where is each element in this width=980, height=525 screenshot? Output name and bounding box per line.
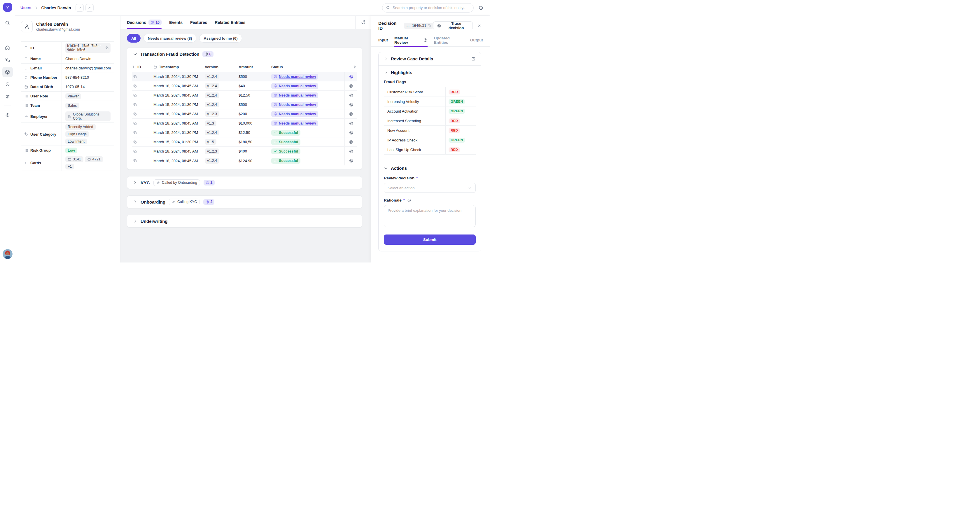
copy-icon[interactable] bbox=[133, 103, 137, 107]
rail-workflow-button[interactable] bbox=[2, 54, 13, 65]
entity-chip[interactable]: Global Solutions Corp. bbox=[65, 111, 111, 121]
flag-value: GREEN bbox=[445, 135, 476, 145]
card-chip[interactable]: 4721 bbox=[85, 156, 103, 162]
actions-header[interactable]: Actions bbox=[384, 165, 476, 171]
target-icon bbox=[349, 140, 353, 145]
close-drawer-button[interactable] bbox=[476, 23, 482, 29]
decision-row[interactable]: March 18, 2024, 08:45 AMv1.2.3$400Succes… bbox=[132, 147, 357, 156]
section-card-onboarding[interactable]: OnboardingCalling KYC2 bbox=[127, 196, 362, 208]
review-case-details-section[interactable]: Review Case Details bbox=[379, 52, 481, 65]
tab-related-entities[interactable]: Related Entities bbox=[215, 16, 245, 29]
view-decision-button[interactable] bbox=[344, 72, 357, 81]
tab-decisions[interactable]: Decisions 10 bbox=[127, 16, 162, 29]
trace-decision-button[interactable]: Trace decision bbox=[433, 21, 473, 30]
decision-row[interactable]: March 15, 2024, 01:30 PMv1.2.4$500Needs … bbox=[132, 100, 357, 110]
person-circle-icon bbox=[205, 181, 209, 185]
decision-row[interactable]: March 18, 2024, 08:45 AMv1.2.4$12.50Need… bbox=[132, 91, 357, 100]
rail-settings-button[interactable] bbox=[2, 110, 13, 120]
card-chip[interactable]: 3141 bbox=[65, 156, 83, 162]
decision-row[interactable]: March 15, 2024, 01:30 PMv1.2.4$12.50Succ… bbox=[132, 128, 357, 137]
view-decision-button[interactable] bbox=[344, 156, 357, 165]
profile-field-row: TeamSales bbox=[21, 101, 114, 110]
profile-header: Charles Darwin charles.darwin@gmail.com bbox=[15, 16, 120, 37]
breadcrumb-users-link[interactable]: Users bbox=[21, 6, 32, 10]
profile-field-row: Cards31414721+1 bbox=[21, 155, 114, 171]
copy-icon[interactable] bbox=[133, 140, 137, 144]
filter-assigned-to-me[interactable]: Assigned to me (6) bbox=[199, 34, 242, 43]
transaction-section-header[interactable]: Transaction Fraud Detection 6 bbox=[127, 48, 362, 61]
decision-row[interactable]: March 18, 2024, 08:45 AMv1.2.3$200Needs … bbox=[132, 110, 357, 119]
decision-row[interactable]: March 18, 2024, 08:45 AMv1.3$10,000Needs… bbox=[132, 119, 357, 128]
copy-icon[interactable] bbox=[133, 93, 137, 97]
search-icon bbox=[386, 6, 390, 10]
global-search[interactable] bbox=[382, 3, 474, 13]
profile-field-row: E-mailcharles.darwin@gmail.com bbox=[21, 64, 114, 73]
app-logo-icon[interactable] bbox=[3, 3, 12, 12]
person-circle-icon bbox=[274, 103, 277, 107]
rail-calculator-button[interactable] bbox=[2, 91, 13, 102]
history-button[interactable] bbox=[477, 4, 485, 12]
review-decision-select[interactable]: Select an action bbox=[384, 183, 476, 193]
copy-icon[interactable] bbox=[133, 121, 137, 126]
rail-history-button[interactable] bbox=[2, 79, 13, 89]
view-decision-button[interactable] bbox=[344, 147, 357, 156]
view-decision-button[interactable] bbox=[344, 137, 357, 146]
external-link-icon[interactable] bbox=[471, 57, 476, 61]
user-avatar[interactable] bbox=[3, 249, 13, 259]
version-chip: v1.2.4 bbox=[205, 74, 220, 80]
copy-icon[interactable] bbox=[133, 159, 137, 163]
breadcrumb-separator-icon bbox=[34, 6, 38, 10]
view-decision-button[interactable] bbox=[344, 100, 357, 109]
risk-chip: Low bbox=[65, 148, 77, 153]
submit-button[interactable]: Submit bbox=[384, 234, 476, 245]
decision-row[interactable]: March 15, 2024, 01:30 PMv1.5$180,50Succe… bbox=[132, 137, 357, 147]
decision-row[interactable]: March 15, 2024, 01:30 PMv1.2.4$500Needs … bbox=[132, 72, 357, 81]
section-card-kyc[interactable]: KYCCalled by Onboarding2 bbox=[127, 176, 362, 189]
rationale-input[interactable] bbox=[384, 205, 476, 227]
drawer-tab-output[interactable]: Output bbox=[470, 34, 483, 46]
chevron-down-icon bbox=[468, 186, 472, 190]
filter-all[interactable]: All bbox=[127, 34, 141, 43]
view-decision-button[interactable] bbox=[344, 91, 357, 100]
decision-row[interactable]: March 18, 2024, 08:45 AMv1.2.4$40Needs m… bbox=[132, 81, 357, 91]
status-badge: Needs manual review bbox=[271, 92, 318, 98]
view-decision-button[interactable] bbox=[344, 110, 357, 118]
more-cards-chip[interactable]: +1 bbox=[65, 164, 74, 169]
entity-next-button[interactable] bbox=[76, 4, 84, 12]
table-settings-button[interactable] bbox=[344, 65, 357, 69]
field-value: 1970-05-14 bbox=[62, 82, 114, 91]
version-cell: v1.2.3 bbox=[205, 148, 239, 154]
copy-icon[interactable] bbox=[133, 150, 137, 153]
rail-entities-button[interactable] bbox=[2, 67, 13, 77]
fraud-flag-row: Account ActivationGREEN bbox=[384, 107, 476, 116]
rail-home-button[interactable] bbox=[2, 42, 13, 53]
view-decision-button[interactable] bbox=[344, 81, 357, 91]
copy-icon[interactable] bbox=[133, 130, 137, 135]
copy-icon[interactable] bbox=[428, 24, 431, 27]
rail-search-button[interactable] bbox=[2, 18, 13, 28]
view-decision-button[interactable] bbox=[344, 119, 357, 128]
view-decision-button[interactable] bbox=[344, 128, 357, 137]
copy-icon[interactable] bbox=[133, 75, 137, 79]
entity-prev-button[interactable] bbox=[86, 4, 94, 12]
target-icon bbox=[349, 93, 353, 98]
filter-needs-manual-review[interactable]: Needs manual review (8) bbox=[143, 34, 197, 43]
section-card-underwriting[interactable]: Underwriting bbox=[127, 215, 362, 228]
drawer-tab-manual-review[interactable]: Manual Review bbox=[395, 34, 428, 46]
copy-icon[interactable] bbox=[133, 112, 137, 116]
search-input[interactable] bbox=[393, 6, 470, 10]
field-value-text: Charles Darwin bbox=[65, 57, 91, 61]
decision-row[interactable]: March 18, 2024, 08:45 AMv1.2.4$124.90Suc… bbox=[132, 156, 357, 165]
highlights-header[interactable]: Highlights bbox=[384, 70, 476, 75]
copy-icon[interactable] bbox=[105, 46, 109, 49]
amount-cell: $400 bbox=[239, 149, 271, 153]
tab-events[interactable]: Events bbox=[169, 16, 183, 29]
tab-features[interactable]: Features bbox=[190, 16, 207, 29]
copy-icon[interactable] bbox=[133, 84, 137, 88]
drawer-tab-updated-entities[interactable]: Updated Entities bbox=[434, 34, 464, 46]
fraud-flag-row: Increasing VelocityGREEN bbox=[384, 97, 476, 107]
refresh-button[interactable] bbox=[360, 19, 367, 26]
decision-table-header: ID Timestamp Version Amount Status bbox=[132, 62, 357, 72]
section-title: Onboarding bbox=[141, 199, 165, 204]
drawer-tab-input[interactable]: Input bbox=[378, 34, 388, 46]
